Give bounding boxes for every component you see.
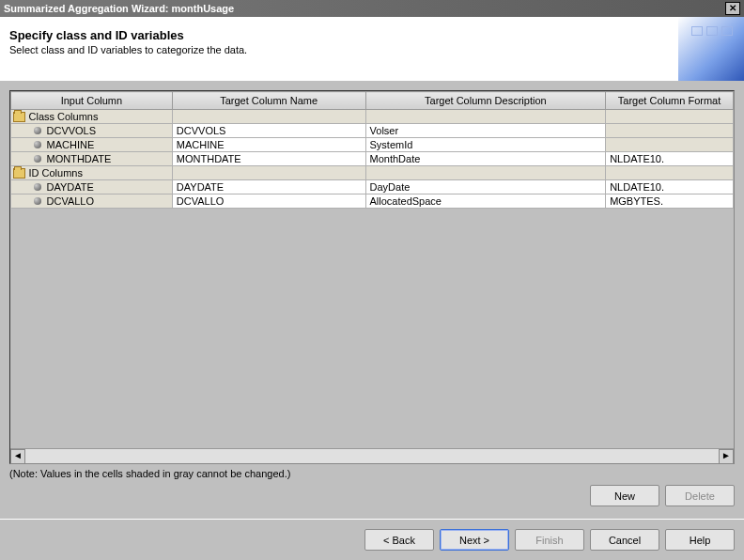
column-icon <box>34 155 41 163</box>
cell-name[interactable]: MONTHDATE <box>172 152 365 166</box>
col-header-fmt[interactable]: Target Column Format <box>606 92 734 110</box>
cell-desc[interactable]: Volser <box>365 124 606 138</box>
group-label: Class Columns <box>29 111 99 122</box>
cell-input: MONTHDATE <box>47 153 112 164</box>
cell-desc[interactable]: SystemId <box>365 138 606 152</box>
column-icon <box>34 197 41 205</box>
cell-input: DCVALLO <box>47 195 95 207</box>
folder-icon <box>13 168 25 179</box>
cell-fmt[interactable]: MGBYTES. <box>606 194 734 209</box>
folder-icon <box>13 112 25 122</box>
cell-input: DAYDATE <box>47 181 94 193</box>
cell-input: MACHINE <box>47 139 95 150</box>
cell-input: DCVVOLS <box>47 125 97 136</box>
new-button[interactable]: New <box>590 485 659 506</box>
table-group-row[interactable]: Class Columns <box>11 110 734 124</box>
scroll-right-icon[interactable]: ► <box>719 449 734 464</box>
col-header-input[interactable]: Input Column <box>11 92 173 110</box>
finish-button: Finish <box>515 529 584 551</box>
header-step-indicators <box>691 26 733 36</box>
group-label: ID Columns <box>29 167 83 179</box>
column-icon <box>34 141 41 148</box>
cell-fmt[interactable]: NLDATE10. <box>606 152 734 166</box>
cancel-button[interactable]: Cancel <box>590 529 659 551</box>
table-header-row: Input Column Target Column Name Target C… <box>11 92 734 110</box>
page-subtext: Select class and ID variables to categor… <box>9 44 735 55</box>
window-title: Summarized Aggregation Wizard: monthUsag… <box>4 3 234 14</box>
page-heading: Specify class and ID variables <box>9 28 735 42</box>
help-button[interactable]: Help <box>665 529 735 551</box>
wizard-header: Specify class and ID variables Select cl… <box>0 17 744 81</box>
close-icon[interactable]: ✕ <box>725 2 740 15</box>
variables-table-wrap: Input Column Target Column Name Target C… <box>9 90 735 464</box>
cell-name[interactable]: MACHINE <box>172 138 365 152</box>
title-bar: Summarized Aggregation Wizard: monthUsag… <box>0 0 744 17</box>
variables-table[interactable]: Input Column Target Column Name Target C… <box>10 91 734 209</box>
cell-desc[interactable]: MonthDate <box>365 152 606 166</box>
column-icon <box>34 183 41 191</box>
table-row[interactable]: MACHINE MACHINE SystemId <box>11 138 734 152</box>
cell-name[interactable]: DCVALLO <box>172 194 365 209</box>
horizontal-scrollbar[interactable]: ◄ ► <box>10 448 734 463</box>
next-button[interactable]: Next > <box>440 529 509 551</box>
table-row[interactable]: MONTHDATE MONTHDATE MonthDate NLDATE10. <box>11 152 734 166</box>
cell-name[interactable]: DAYDATE <box>172 180 365 194</box>
delete-button: Delete <box>665 485 735 506</box>
col-header-desc[interactable]: Target Column Description <box>365 92 606 110</box>
cell-fmt <box>606 138 734 152</box>
column-icon <box>34 127 41 134</box>
table-row[interactable]: DCVALLO DCVALLO AllocatedSpace MGBYTES. <box>11 194 734 209</box>
grid-note: (Note: Values in the cells shaded in gra… <box>9 468 735 479</box>
scroll-left-icon[interactable]: ◄ <box>10 449 25 464</box>
col-header-name[interactable]: Target Column Name <box>172 92 365 110</box>
back-button[interactable]: < Back <box>364 529 434 551</box>
cell-desc[interactable]: DayDate <box>365 180 606 194</box>
cell-name[interactable]: DCVVOLS <box>172 124 365 138</box>
cell-fmt <box>606 124 734 138</box>
table-group-row[interactable]: ID Columns <box>11 166 734 180</box>
cell-desc[interactable]: AllocatedSpace <box>365 194 606 209</box>
table-row[interactable]: DAYDATE DAYDATE DayDate NLDATE10. <box>11 180 734 194</box>
cell-fmt[interactable]: NLDATE10. <box>606 180 734 194</box>
table-row[interactable]: DCVVOLS DCVVOLS Volser <box>11 124 734 138</box>
